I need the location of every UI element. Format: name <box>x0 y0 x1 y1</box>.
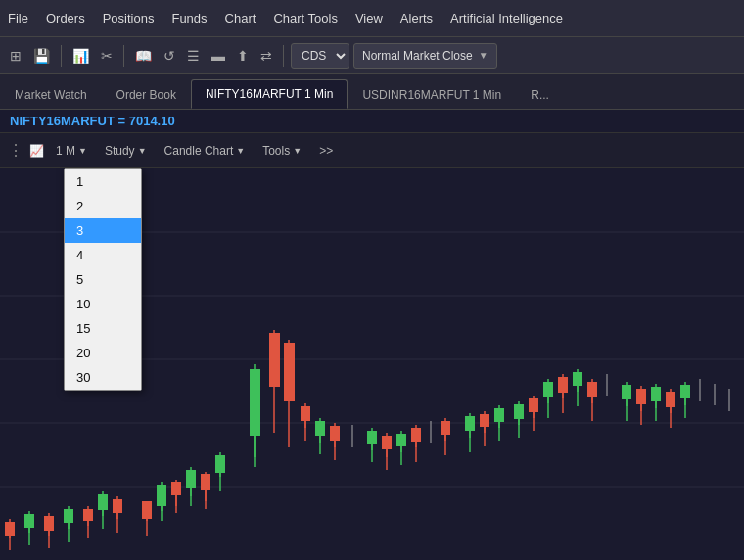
main-toolbar: ⊞ 💾 📊 ✂ 📖 ↺ ☰ ▬ ⬆ ⇄ CDS NSE BSE Normal M… <box>0 37 744 74</box>
svg-rect-40 <box>367 431 377 444</box>
svg-rect-76 <box>636 389 646 404</box>
timeframe-option-15[interactable]: 15 <box>65 316 141 341</box>
menu-view[interactable]: View <box>355 11 383 25</box>
timeframe-dropdown-menu[interactable]: 1 2 3 4 5 10 15 20 30 <box>64 168 142 391</box>
chart-icon-small: 📈 <box>29 144 44 158</box>
separator-3 <box>283 45 284 67</box>
svg-rect-10 <box>157 485 166 506</box>
svg-rect-91 <box>98 494 108 510</box>
svg-rect-61 <box>543 382 553 397</box>
menu-file[interactable]: File <box>8 11 28 25</box>
tools-label: Tools <box>262 144 290 158</box>
svg-rect-97 <box>269 333 280 387</box>
tab-nifty-chart[interactable]: NIFTY16MARFUT 1 Min <box>191 79 348 109</box>
save-icon[interactable]: 💾 <box>29 45 54 67</box>
svg-rect-73 <box>622 385 631 399</box>
svg-rect-115 <box>514 404 524 419</box>
scissors-icon[interactable]: ✂ <box>97 45 116 67</box>
svg-rect-82 <box>666 392 675 407</box>
timeframe-option-4[interactable]: 4 <box>65 243 141 267</box>
chart-area: 1 2 3 4 5 10 15 20 30 <box>0 168 744 550</box>
svg-rect-103 <box>24 514 34 528</box>
tab-usdinr-chart[interactable]: USDINR16MARFUT 1 Min <box>348 79 516 109</box>
svg-rect-49 <box>411 428 421 442</box>
svg-rect-52 <box>465 416 475 431</box>
dropdown-arrow-icon: ▼ <box>479 50 488 61</box>
interval-caret-icon: ▼ <box>78 146 87 156</box>
minus-icon[interactable]: ▬ <box>208 45 229 67</box>
svg-rect-16 <box>186 470 196 488</box>
menu-alerts[interactable]: Alerts <box>400 11 433 25</box>
timeframe-option-10[interactable]: 10 <box>65 292 141 316</box>
svg-rect-79 <box>651 387 661 401</box>
more-button[interactable]: >> <box>313 141 339 161</box>
study-label: Study <box>105 144 135 158</box>
svg-rect-64 <box>558 377 568 393</box>
timeframe-option-30[interactable]: 30 <box>65 365 141 390</box>
refresh-icon[interactable]: ↺ <box>160 45 179 67</box>
tab-more[interactable]: R... <box>516 79 564 109</box>
study-button[interactable]: Study ▼ <box>99 141 153 161</box>
study-caret-icon: ▼ <box>138 146 147 156</box>
menu-chart-tools[interactable]: Chart Tools <box>273 11 338 25</box>
svg-rect-25 <box>250 369 260 436</box>
new-window-icon[interactable]: ⊞ <box>6 45 25 67</box>
menu-ai[interactable]: Artificial Intelligence <box>450 11 563 25</box>
interval-button[interactable]: 1 M ▼ <box>50 141 93 161</box>
menu-bar: File Orders Positions Funds Chart Chart … <box>0 0 744 37</box>
market-dropdown[interactable]: Normal Market Close ▼ <box>353 43 497 69</box>
timeframe-option-2[interactable]: 2 <box>65 194 141 218</box>
chart-type-caret-icon: ▼ <box>236 146 245 156</box>
chart-icon[interactable]: 📊 <box>69 45 93 67</box>
menu-orders[interactable]: Orders <box>46 11 85 25</box>
timeframe-option-1[interactable]: 1 <box>65 169 141 194</box>
svg-rect-106 <box>44 516 54 531</box>
chart-toolbar: ⋮ 📈 1 M ▼ Study ▼ Candle Chart ▼ Tools ▼… <box>0 133 744 168</box>
svg-rect-13 <box>171 482 181 495</box>
svg-rect-118 <box>529 398 538 412</box>
svg-rect-37 <box>330 426 340 441</box>
market-label: Normal Market Close <box>362 49 473 63</box>
chart-type-button[interactable]: Candle Chart ▼ <box>159 141 252 161</box>
svg-rect-34 <box>315 421 325 436</box>
tabs-bar: Market Watch Order Book NIFTY16MARFUT 1 … <box>0 74 744 110</box>
svg-rect-100 <box>5 522 15 536</box>
svg-rect-85 <box>680 385 690 398</box>
menu-funds[interactable]: Funds <box>171 11 207 25</box>
chart-type-label: Candle Chart <box>164 144 234 158</box>
svg-rect-31 <box>301 406 310 421</box>
symbol-value: NIFTY16MARFUT = 7014.10 <box>10 114 175 128</box>
tools-button[interactable]: Tools ▼ <box>256 141 307 161</box>
svg-rect-58 <box>494 408 504 422</box>
timeframe-option-3[interactable]: 3 <box>65 218 141 243</box>
svg-rect-19 <box>201 474 210 490</box>
svg-rect-70 <box>587 382 597 397</box>
separator-1 <box>61 45 62 67</box>
interval-label: 1 M <box>56 144 75 158</box>
svg-rect-28 <box>284 343 295 401</box>
menu-positions[interactable]: Positions <box>103 11 155 25</box>
svg-rect-109 <box>64 509 73 523</box>
tools-caret-icon: ▼ <box>293 146 302 156</box>
more-label: >> <box>319 144 333 158</box>
timeframe-option-20[interactable]: 20 <box>65 341 141 365</box>
svg-rect-67 <box>573 372 582 386</box>
svg-rect-94 <box>113 499 122 513</box>
menu-chart[interactable]: Chart <box>225 11 256 25</box>
upload-icon[interactable]: ⬆ <box>233 45 253 67</box>
tab-order-book[interactable]: Order Book <box>102 79 191 109</box>
symbol-select[interactable]: CDS NSE BSE <box>291 43 349 69</box>
tab-market-watch[interactable]: Market Watch <box>0 79 102 109</box>
svg-rect-112 <box>441 421 450 435</box>
drag-handle-icon[interactable]: ⋮ <box>8 141 23 160</box>
exchange-icon[interactable]: ⇄ <box>256 45 276 67</box>
separator-2 <box>123 45 124 67</box>
timeframe-option-5[interactable]: 5 <box>65 267 141 292</box>
list-icon[interactable]: ☰ <box>183 45 204 67</box>
svg-rect-43 <box>382 436 392 449</box>
book-icon[interactable]: 📖 <box>131 45 156 67</box>
chart-symbol-header: NIFTY16MARFUT = 7014.10 <box>0 110 744 133</box>
